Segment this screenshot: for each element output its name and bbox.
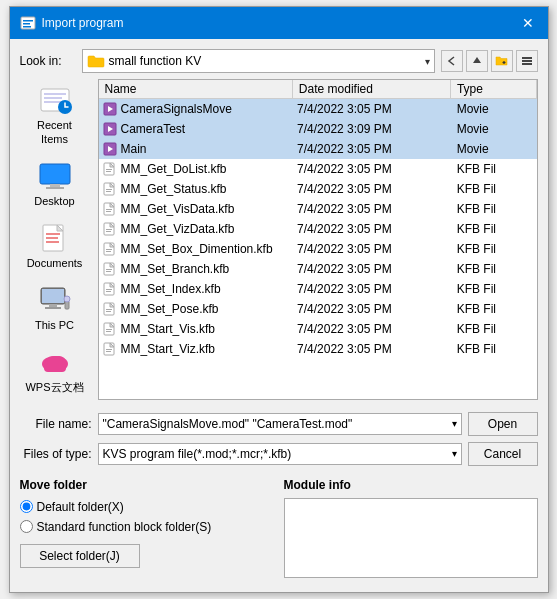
- svg-point-27: [64, 296, 70, 302]
- back-button[interactable]: [441, 50, 463, 72]
- filename-dropdown-arrow: ▾: [452, 418, 457, 429]
- filename-row: File name: "CameraSignalsMove.mod" "Came…: [20, 412, 538, 436]
- file-name: Main: [121, 142, 147, 156]
- svg-rect-65: [106, 331, 111, 332]
- file-name-cell: MM_Set_Pose.kfb: [99, 302, 292, 316]
- col-name-header[interactable]: Name: [99, 80, 293, 98]
- file-type-cell: KFB Fil: [451, 242, 537, 256]
- filetype-dropdown-arrow: ▾: [452, 448, 457, 459]
- look-in-combo[interactable]: small function KV ▾: [82, 49, 435, 73]
- filetype-value: KVS program file(*.mod;*.mcr;*.kfb): [103, 447, 452, 461]
- sidebar-item-desktop[interactable]: Desktop: [20, 155, 90, 213]
- module-info-title: Module info: [284, 478, 538, 492]
- file-type-cell: KFB Fil: [451, 182, 537, 196]
- default-folder-radio[interactable]: [20, 500, 33, 513]
- sidebar-item-recent[interactable]: Recent Items: [20, 79, 90, 150]
- file-date-cell: 7/4/2022 3:05 PM: [291, 222, 451, 236]
- movie-icon: [103, 142, 117, 156]
- title-bar: Import program ✕: [10, 7, 548, 39]
- file-date-cell: 7/4/2022 3:09 PM: [291, 122, 451, 136]
- table-row[interactable]: MM_Start_Vis.kfb7/4/2022 3:05 PMKFB Fil: [99, 319, 537, 339]
- folder-icon: [87, 54, 105, 68]
- select-folder-button[interactable]: Select folder(J): [20, 544, 140, 568]
- file-date-cell: 7/4/2022 3:05 PM: [291, 302, 451, 316]
- svg-rect-43: [106, 189, 112, 190]
- file-name: MM_Start_Vis.kfb: [121, 322, 215, 336]
- move-folder-title: Move folder: [20, 478, 274, 492]
- file-icon: [103, 302, 117, 316]
- standard-folder-radio[interactable]: [20, 520, 33, 533]
- sidebar-item-desktop-label: Desktop: [34, 195, 74, 208]
- movie-icon: [103, 122, 117, 136]
- svg-rect-47: [106, 211, 111, 212]
- svg-rect-46: [106, 209, 112, 210]
- cancel-button[interactable]: Cancel: [468, 442, 538, 466]
- table-row[interactable]: Main7/4/2022 3:05 PMMovie: [99, 139, 537, 159]
- file-name-cell: MM_Get_VisData.kfb: [99, 202, 292, 216]
- svg-rect-14: [40, 164, 70, 184]
- svg-rect-23: [42, 289, 64, 303]
- file-type-cell: Movie: [451, 102, 537, 116]
- svg-rect-59: [106, 291, 111, 292]
- table-row[interactable]: MM_Get_DoList.kfb7/4/2022 3:05 PMKFB Fil: [99, 159, 537, 179]
- title-bar-left: Import program: [20, 15, 124, 31]
- table-row[interactable]: MM_Set_Pose.kfb7/4/2022 3:05 PMKFB Fil: [99, 299, 537, 319]
- svg-rect-55: [106, 269, 112, 270]
- table-row[interactable]: MM_Get_VizData.kfb7/4/2022 3:05 PMKFB Fi…: [99, 219, 537, 239]
- file-name: MM_Get_DoList.kfb: [121, 162, 227, 176]
- table-row[interactable]: MM_Set_Branch.kfb7/4/2022 3:05 PMKFB Fil: [99, 259, 537, 279]
- view-button[interactable]: [516, 50, 538, 72]
- filename-input[interactable]: "CameraSignalsMove.mod" "CameraTest.mod"…: [98, 413, 462, 435]
- file-icon: [103, 242, 117, 256]
- file-list[interactable]: CameraSignalsMove7/4/2022 3:05 PMMovie C…: [99, 99, 537, 398]
- table-row[interactable]: MM_Get_Status.kfb7/4/2022 3:05 PMKFB Fil: [99, 179, 537, 199]
- file-icon: [103, 182, 117, 196]
- file-icon: [103, 222, 117, 236]
- file-icon: [103, 342, 117, 356]
- table-row[interactable]: MM_Get_VisData.kfb7/4/2022 3:05 PMKFB Fi…: [99, 199, 537, 219]
- look-in-row: Look in: small function KV ▾: [20, 49, 538, 73]
- filetype-combo[interactable]: KVS program file(*.mod;*.mcr;*.kfb) ▾: [98, 443, 462, 465]
- file-name: MM_Set_Branch.kfb: [121, 262, 230, 276]
- file-name: MM_Set_Index.kfb: [121, 282, 221, 296]
- file-name: MM_Get_VisData.kfb: [121, 202, 235, 216]
- open-button[interactable]: Open: [468, 412, 538, 436]
- table-row[interactable]: MM_Set_Box_Dimention.kfb7/4/2022 3:05 PM…: [99, 239, 537, 259]
- table-row[interactable]: MM_Start_Viz.kfb7/4/2022 3:05 PMKFB Fil: [99, 339, 537, 359]
- table-row[interactable]: CameraSignalsMove7/4/2022 3:05 PMMovie: [99, 99, 537, 119]
- sidebar-item-documents-label: Documents: [27, 257, 83, 270]
- sidebar-item-documents[interactable]: Documents: [20, 217, 90, 275]
- table-row[interactable]: MM_Set_Index.kfb7/4/2022 3:05 PMKFB Fil: [99, 279, 537, 299]
- col-type-header[interactable]: Type: [451, 80, 537, 98]
- file-name: CameraTest: [121, 122, 186, 136]
- svg-rect-68: [106, 351, 111, 352]
- up-button[interactable]: [466, 50, 488, 72]
- svg-rect-11: [44, 97, 62, 99]
- file-name-cell: MM_Get_Status.kfb: [99, 182, 292, 196]
- col-date-header[interactable]: Date modified: [293, 80, 451, 98]
- file-icon: [103, 162, 117, 176]
- movie-icon: [103, 102, 117, 116]
- import-dialog: Import program ✕ Look in: small function…: [9, 6, 549, 592]
- look-in-arrow: ▾: [425, 56, 430, 67]
- svg-rect-56: [106, 271, 111, 272]
- svg-rect-1: [23, 20, 33, 22]
- sidebar: Recent Items Desktop: [20, 79, 90, 399]
- svg-rect-8: [522, 63, 532, 65]
- sidebar-item-wps-cloud[interactable]: WPS云文档: [20, 341, 90, 399]
- dialog-icon: [20, 15, 36, 31]
- new-folder-button[interactable]: [491, 50, 513, 72]
- sidebar-item-this-pc-label: This PC: [35, 319, 74, 332]
- table-row[interactable]: CameraTest7/4/2022 3:09 PMMovie: [99, 119, 537, 139]
- standard-folder-option[interactable]: Standard function block folder(S): [20, 520, 274, 534]
- file-type-cell: Movie: [451, 122, 537, 136]
- file-date-cell: 7/4/2022 3:05 PM: [291, 242, 451, 256]
- close-button[interactable]: ✕: [518, 13, 538, 33]
- dialog-title: Import program: [42, 16, 124, 30]
- svg-rect-19: [46, 233, 60, 235]
- wps-cloud-icon: [35, 346, 75, 378]
- file-date-cell: 7/4/2022 3:05 PM: [291, 342, 451, 356]
- standard-folder-label: Standard function block folder(S): [37, 520, 212, 534]
- default-folder-option[interactable]: Default folder(X): [20, 500, 274, 514]
- sidebar-item-this-pc[interactable]: This PC: [20, 279, 90, 337]
